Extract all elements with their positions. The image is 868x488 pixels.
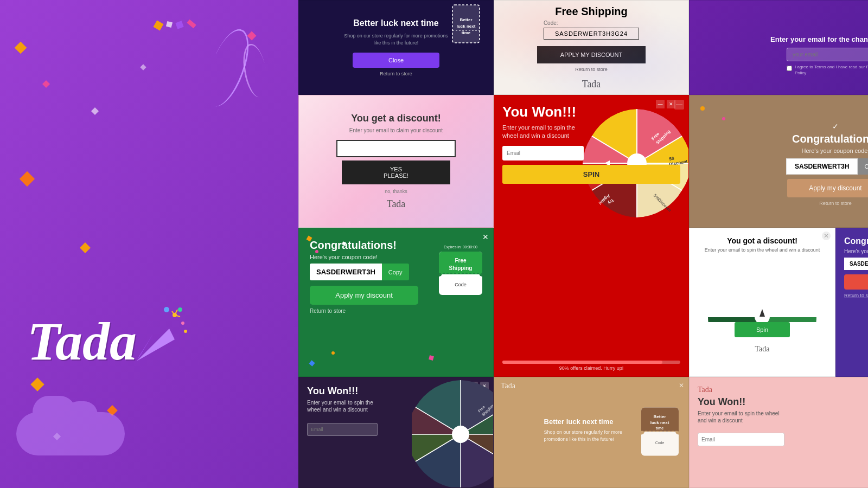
card6-check: ✓ [832, 122, 839, 131]
card3-terms-label: I agree to Terms and I have read our Pri… [795, 65, 868, 76]
card8-body: Enter your email to spin the wheel and w… [705, 247, 820, 253]
confetti-4 [20, 171, 35, 187]
card7-ticket: Expires in: 00:30:00 Free Shipping Code [436, 242, 485, 304]
card1-close-btn[interactable]: Close [353, 53, 439, 68]
card2-return-link[interactable]: Return to store [575, 67, 608, 72]
card10-wheel: Free Shipping 5$ Discount [412, 377, 494, 487]
svg-text:luck next: luck next [457, 24, 476, 29]
svg-point-3 [181, 322, 184, 325]
confetti-2 [42, 80, 50, 88]
card-better-luck-brown: Tada ✕ Better luck next time Shop on our… [494, 377, 689, 488]
card11-title: Better luck next time [544, 418, 614, 426]
card6-body: Here's your coupon code! [801, 147, 868, 154]
confetti-1 [15, 42, 27, 54]
card11-ticket: Better luck next time Code [640, 406, 680, 459]
confetti-6 [140, 64, 146, 70]
card6-content: ✓ Congratulations! Here's your coupon co… [700, 117, 868, 206]
card11-close-btn[interactable]: ✕ [679, 382, 684, 389]
card-better-luck-dark: Better luck next time Better luck next t… [298, 0, 494, 95]
card8-spin-btn[interactable]: Spin [735, 322, 790, 337]
card8-sig: Tada [755, 345, 769, 354]
svg-point-5 [178, 307, 182, 312]
conf-b [166, 21, 173, 28]
svg-text:time: time [656, 426, 664, 429]
card3-title: Enter your email for the chance to win! [770, 35, 868, 43]
party-popper-icon [126, 301, 191, 374]
card9-coupon-row: SASDERWERT3H Copy [844, 258, 868, 270]
card8-close-btn[interactable]: ✕ [822, 232, 831, 240]
card7-return-link[interactable]: Return to store [310, 308, 482, 314]
conf-a [153, 20, 163, 30]
card5-email-input[interactable] [502, 146, 584, 160]
card-congratulations-purple: ✕ Congratulations Here's your coupon cod… [835, 228, 868, 377]
card10-body: Enter your email to spin the wheel and w… [307, 399, 378, 413]
svg-text:Better: Better [653, 414, 666, 419]
conf-c [175, 21, 183, 29]
brand-logo-area: Tada [27, 314, 137, 369]
brand-name: Tada [27, 314, 137, 369]
card6-title: Congratulations! [792, 133, 868, 145]
card1-return-link[interactable]: Return to store [380, 71, 412, 76]
card7-code: SASDERWERT3H [310, 264, 382, 280]
conf-b1 [700, 106, 705, 111]
svg-marker-0 [137, 329, 175, 361]
conf-d [187, 20, 196, 28]
card9-return-link[interactable]: Return to store [844, 293, 868, 298]
card4-title: You get a discount! [351, 113, 441, 124]
card-enter-email-purple: Enter your email for the chance to win! … [689, 0, 868, 95]
conf-g4 [309, 360, 315, 366]
card5-spin-btn[interactable]: SPIN [502, 165, 680, 184]
card7-apply-btn[interactable]: Apply my discount [310, 286, 418, 305]
card3-email-input[interactable] [787, 48, 868, 61]
card9-apply-btn[interactable]: Apply my discount [844, 274, 868, 290]
card12-title: You Won!! [698, 396, 868, 408]
card9-body: Here's your coupon code! [844, 248, 868, 254]
card1-body: Shop on our store regularly for more pro… [342, 33, 450, 46]
card2-code-label: Code: [544, 20, 639, 26]
card12-email-input[interactable] [698, 433, 784, 446]
svg-point-6 [184, 330, 187, 333]
card6-copy-btn[interactable]: Copy [858, 158, 868, 175]
conf-b2 [722, 117, 725, 120]
card4-email-input[interactable] [336, 140, 456, 157]
card-free-shipping-light: Free Shipping Code: SASDERWERT3H3G24 APP… [494, 0, 689, 95]
card-you-won-pink: Tada ✕ You Won!! Enter your email to spi… [689, 377, 868, 488]
svg-text:Free: Free [455, 258, 467, 264]
confetti-5 [80, 242, 91, 253]
card4-btn[interactable]: YES PLEASE! [342, 160, 450, 184]
card6-return-link[interactable]: Return to store [819, 201, 852, 206]
cloud-decoration [16, 412, 125, 455]
card-you-got-discount: ✕ You got a discount! Enter your email t… [689, 228, 835, 377]
card-you-get-discount: You get a discount! Enter your email to … [298, 95, 494, 228]
card2-code-area: Code: SASDERWERT3H3G24 [544, 20, 639, 46]
card6-apply-btn[interactable]: Apply my discount [787, 179, 868, 197]
card2-sig: Tada [582, 79, 601, 90]
card-you-won-red: — — ✕ You Won!!! Enter your email to spi… [494, 95, 689, 377]
ticket-icon-dark: Better luck next time [450, 2, 482, 48]
card9-title: Congratulations [844, 236, 868, 246]
card4-no-thanks[interactable]: no, thanks [385, 189, 407, 194]
conf-g5 [331, 351, 335, 355]
card9-code: SASDERWERT3H [844, 258, 868, 270]
svg-text:Code: Code [455, 282, 467, 287]
ribbon-2 [240, 42, 271, 99]
card3-terms-row: I agree to Terms and I have read our Pri… [787, 65, 868, 76]
card11-sig: Tada [501, 382, 515, 390]
svg-text:Better: Better [459, 17, 472, 22]
card8-half-wheel: Advanced 10% Free Shipping [703, 257, 822, 322]
card3-terms-checkbox[interactable] [787, 66, 792, 71]
card5-body: Enter your email to spin the wheel and w… [502, 124, 584, 140]
card10-email-input[interactable] [307, 423, 378, 436]
card2-apply-btn[interactable]: APPLY MY DISCOUNT [537, 46, 646, 63]
card-congratulations-brown: ✓ Congratulations! Here's your coupon co… [689, 95, 868, 228]
left-panel: Tada [0, 0, 298, 488]
svg-text:Expires in: 00:30:00: Expires in: 00:30:00 [444, 245, 477, 249]
card7-copy-btn[interactable]: Copy [382, 264, 409, 280]
svg-text:Code: Code [655, 440, 665, 444]
card-you-won-dark: — ✕ You Won!!! Enter your email to spin … [298, 377, 494, 488]
card8-title: You got a discount! [727, 236, 797, 245]
card6-code: SASDERWERT3H [786, 158, 858, 175]
card-congratulations-green: ✕ Congratulations! Here's your coupon co… [298, 228, 494, 377]
conf-g6 [429, 355, 434, 361]
card7-close-btn[interactable]: ✕ [482, 233, 489, 241]
